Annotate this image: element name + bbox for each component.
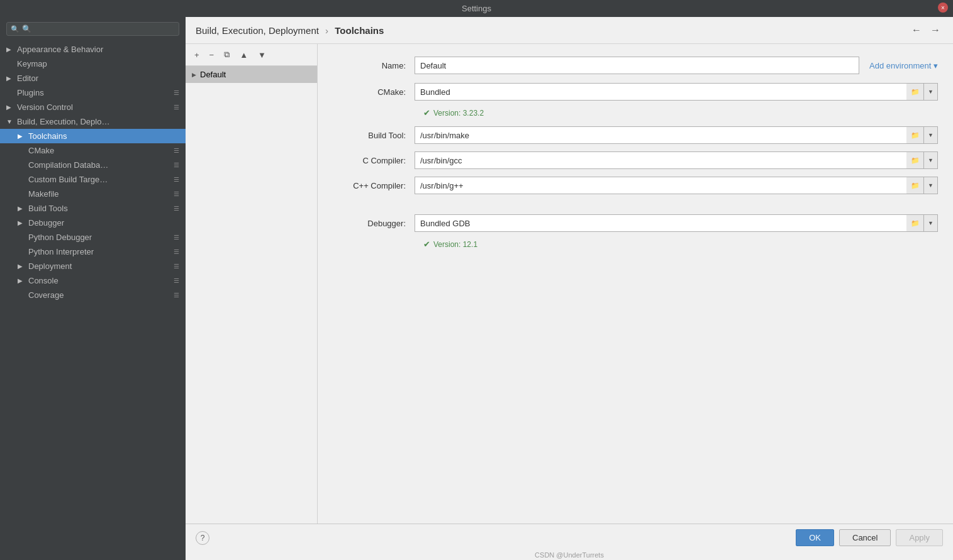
- cmake-browse-button[interactable]: 📁: [906, 83, 924, 101]
- debugger-input[interactable]: [415, 214, 906, 232]
- sidebar-item-build-exec-deploy[interactable]: ▼ Build, Execution, Deplo…: [0, 114, 186, 129]
- nav-back-button[interactable]: ←: [909, 23, 924, 37]
- badge-icon: ☰: [174, 190, 179, 197]
- sidebar-item-toolchains[interactable]: ▶ Toolchains: [0, 129, 186, 143]
- search-input[interactable]: [22, 25, 175, 33]
- sidebar-item-label: CMake: [28, 146, 54, 155]
- build-tool-control-wrap: 📁 ▼: [415, 126, 938, 144]
- sidebar-item-python-interpreter[interactable]: ▶ Python Interpreter ☰: [0, 244, 186, 259]
- cmake-input[interactable]: [415, 83, 906, 101]
- cmake-control-wrap: 📁 ▼: [415, 83, 938, 101]
- sidebar-item-editor[interactable]: ▶ Editor: [0, 71, 186, 85]
- settings-dialog: Settings × 🔍 ▶ Appearance & Behavior ▶ K…: [0, 0, 953, 560]
- nav-forward-button[interactable]: →: [928, 23, 943, 37]
- sidebar-item-appearance[interactable]: ▶ Appearance & Behavior: [0, 42, 186, 57]
- move-up-button[interactable]: ▲: [236, 48, 252, 62]
- sidebar-item-label: Plugins: [17, 88, 44, 97]
- list-item[interactable]: ▶ Default: [186, 66, 317, 83]
- sidebar-item-console[interactable]: ▶ Console ☰: [0, 273, 186, 288]
- cpp-compiler-browse-button[interactable]: 📁: [906, 177, 924, 194]
- build-tool-dropdown-button[interactable]: ▼: [924, 126, 938, 144]
- arrow-icon: ▶: [18, 219, 25, 226]
- cmake-dropdown-button[interactable]: ▼: [924, 83, 938, 101]
- search-box[interactable]: 🔍: [6, 22, 179, 36]
- cmake-version-info: ✔ Version: 3.23.2: [423, 108, 938, 118]
- sidebar-item-coverage[interactable]: ▶ Coverage ☰: [0, 288, 186, 302]
- sidebar-item-label: Coverage: [28, 290, 64, 300]
- build-tool-input[interactable]: [415, 126, 906, 144]
- panel-body: + − ⧉ ▲ ▼ ▶ Default: [186, 44, 953, 524]
- dialog-title: Settings: [462, 4, 491, 13]
- sidebar-item-plugins[interactable]: ▶ Plugins ☰: [0, 85, 186, 100]
- sidebar-item-custom-build-targets[interactable]: ▶ Custom Build Targe… ☰: [0, 172, 186, 187]
- debugger-control-wrap: 📁 ▼: [415, 214, 938, 232]
- sidebar-tree: ▶ Appearance & Behavior ▶ Keymap ▶ Edito…: [0, 41, 186, 560]
- cancel-button[interactable]: Cancel: [839, 529, 891, 546]
- cmake-version-check-icon: ✔: [423, 108, 430, 118]
- cpp-compiler-dropdown-button[interactable]: ▼: [924, 177, 938, 194]
- build-tool-browse-button[interactable]: 📁: [906, 126, 924, 144]
- c-compiler-label: C Compiler:: [333, 156, 415, 165]
- c-compiler-control-wrap: 📁 ▼: [415, 151, 938, 169]
- form-panel: Name: Add environment ▾ CMake: 📁 ▼: [318, 44, 953, 524]
- debugger-version-check-icon: ✔: [423, 239, 430, 249]
- sidebar-item-label: Toolchains: [28, 131, 67, 141]
- sidebar: 🔍 ▶ Appearance & Behavior ▶ Keymap ▶ Edi…: [0, 17, 186, 560]
- breadcrumb-current: Toolchains: [335, 25, 384, 36]
- copy-button[interactable]: ⧉: [220, 48, 233, 62]
- nav-arrows: ← →: [909, 23, 943, 37]
- sidebar-item-keymap[interactable]: ▶ Keymap: [0, 57, 186, 71]
- badge-icon: ☰: [174, 89, 179, 96]
- sidebar-item-cmake[interactable]: ▶ CMake ☰: [0, 143, 186, 158]
- sidebar-item-label: Compilation Databa…: [28, 160, 108, 170]
- debugger-browse-button[interactable]: 📁: [906, 214, 924, 232]
- sidebar-item-label: Custom Build Targe…: [28, 175, 108, 184]
- move-down-button[interactable]: ▼: [254, 48, 270, 62]
- c-compiler-row: C Compiler: 📁 ▼: [333, 151, 938, 169]
- arrow-icon: ▶: [6, 104, 14, 111]
- c-compiler-input[interactable]: [415, 151, 906, 169]
- debugger-label: Debugger:: [333, 219, 415, 228]
- sidebar-item-version-control[interactable]: ▶ Version Control ☰: [0, 100, 186, 114]
- arrow-icon: ▶: [18, 263, 25, 270]
- badge-icon: ☰: [174, 162, 179, 168]
- spacer: [333, 202, 938, 214]
- badge-icon: ☰: [174, 104, 179, 111]
- debugger-dropdown-button[interactable]: ▼: [924, 214, 938, 232]
- cmake-row: CMake: 📁 ▼: [333, 83, 938, 101]
- name-row: Name: Add environment ▾: [333, 57, 938, 74]
- sidebar-item-label: Python Debugger: [28, 233, 92, 242]
- breadcrumb-bar: Build, Execution, Deployment › Toolchain…: [186, 17, 953, 44]
- debugger-version-text: Version: 12.1: [433, 240, 477, 249]
- add-environment-button[interactable]: Add environment ▾: [869, 61, 938, 70]
- badge-icon: ☰: [174, 263, 179, 270]
- cpp-compiler-input[interactable]: [415, 177, 906, 194]
- sidebar-item-debugger[interactable]: ▶ Debugger: [0, 216, 186, 230]
- sidebar-item-build-tools[interactable]: ▶ Build Tools ☰: [0, 201, 186, 216]
- add-button[interactable]: +: [191, 48, 203, 62]
- badge-icon: ☰: [174, 176, 179, 183]
- c-compiler-dropdown-button[interactable]: ▼: [924, 151, 938, 169]
- apply-button[interactable]: Apply: [896, 529, 943, 546]
- sidebar-item-label: Deployment: [28, 261, 72, 271]
- bottom-bar: ? OK Cancel Apply: [186, 524, 953, 551]
- debugger-row: Debugger: 📁 ▼: [333, 214, 938, 232]
- c-compiler-browse-button[interactable]: 📁: [906, 151, 924, 169]
- name-control-wrap: [415, 57, 859, 74]
- cmake-version-text: Version: 3.23.2: [433, 109, 484, 118]
- arrow-icon: ▶: [6, 75, 14, 82]
- name-input[interactable]: [415, 57, 859, 74]
- sidebar-item-compilation-database[interactable]: ▶ Compilation Databa… ☰: [0, 158, 186, 172]
- sidebar-item-label: Console: [28, 276, 59, 285]
- arrow-icon: ▶: [18, 133, 25, 140]
- cpp-compiler-row: C++ Compiler: 📁 ▼: [333, 177, 938, 194]
- ok-button[interactable]: OK: [796, 529, 834, 546]
- remove-button[interactable]: −: [206, 48, 218, 62]
- close-button[interactable]: ×: [938, 3, 948, 13]
- right-panel: Build, Execution, Deployment › Toolchain…: [186, 17, 953, 560]
- entry-arrow-icon: ▶: [192, 72, 196, 78]
- sidebar-item-deployment[interactable]: ▶ Deployment ☰: [0, 259, 186, 273]
- sidebar-item-python-debugger[interactable]: ▶ Python Debugger ☰: [0, 230, 186, 244]
- help-button[interactable]: ?: [196, 531, 209, 545]
- sidebar-item-makefile[interactable]: ▶ Makefile ☰: [0, 187, 186, 201]
